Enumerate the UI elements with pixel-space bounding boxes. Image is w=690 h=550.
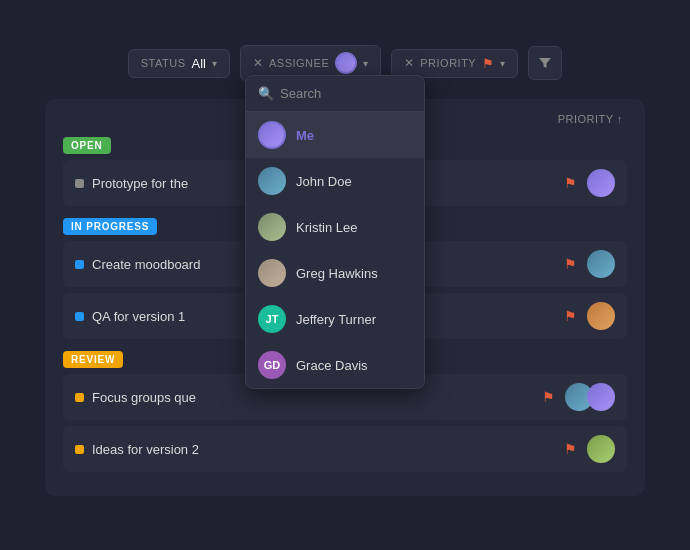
open-label-text: OPEN	[71, 140, 103, 151]
flag-icon: ⚑	[542, 389, 555, 405]
flag-icon: ⚑	[482, 56, 494, 71]
flag-icon: ⚑	[564, 441, 577, 457]
task-avatars	[587, 435, 615, 463]
grace-davis-avatar: GD	[258, 351, 286, 379]
avatar	[587, 169, 615, 197]
list-item[interactable]: Me	[246, 112, 424, 158]
list-item[interactable]: JT Jeffery Turner	[246, 296, 424, 342]
chevron-down-icon-2: ▾	[363, 58, 368, 69]
main-container: STATUS All ▾ ✕ ASSIGNEE ▾ ✕ PRIORITY ⚑ ▾	[45, 45, 645, 505]
list-item[interactable]: Kristin Lee	[246, 204, 424, 250]
avatar	[587, 250, 615, 278]
assignee-avatar	[335, 52, 357, 74]
task-right: ⚑	[564, 435, 615, 463]
task-dot	[75, 312, 84, 321]
task-right: ⚑	[564, 250, 615, 278]
chevron-down-icon: ▾	[212, 58, 217, 69]
me-avatar-sm	[335, 52, 357, 74]
filter-button[interactable]	[528, 46, 562, 80]
task-title: Create moodboard	[92, 257, 200, 272]
john-doe-name: John Doe	[296, 174, 352, 189]
close-icon-2[interactable]: ✕	[404, 56, 414, 70]
greg-hawkins-avatar	[258, 259, 286, 287]
in-progress-label-text: IN PROGRESS	[71, 221, 149, 232]
jeffery-turner-name: Jeffery Turner	[296, 312, 376, 327]
task-dot	[75, 393, 84, 402]
search-icon: 🔍	[258, 86, 274, 101]
list-item[interactable]: GD Grace Davis	[246, 342, 424, 388]
task-right: ⚑	[564, 169, 615, 197]
flag-icon: ⚑	[564, 256, 577, 272]
task-title: Ideas for version 2	[92, 442, 199, 457]
close-icon[interactable]: ✕	[253, 56, 263, 70]
task-left: Focus groups que	[75, 390, 542, 405]
task-avatars	[587, 169, 615, 197]
jeffery-turner-avatar: JT	[258, 305, 286, 333]
priority-header-label: PRIORITY ↑	[558, 113, 623, 125]
status-label: STATUS	[141, 57, 186, 69]
status-value: All	[192, 56, 206, 71]
table-row[interactable]: Ideas for version 2 ⚑	[63, 426, 627, 472]
task-right: ⚑	[564, 302, 615, 330]
funnel-icon	[538, 56, 552, 70]
assignee-dropdown: 🔍 Me John Doe Kristin Lee Greg Hawkins J…	[245, 75, 425, 389]
flag-icon: ⚑	[564, 308, 577, 324]
open-label: OPEN	[63, 137, 111, 154]
me-name: Me	[296, 128, 314, 143]
task-title: Focus groups que	[92, 390, 196, 405]
task-dot	[75, 260, 84, 269]
search-input[interactable]	[280, 86, 412, 101]
task-title: Prototype for the	[92, 176, 188, 191]
status-filter[interactable]: STATUS All ▾	[128, 49, 230, 78]
in-progress-label: IN PROGRESS	[63, 218, 157, 235]
task-avatars	[587, 250, 615, 278]
priority-label: PRIORITY	[420, 57, 476, 69]
task-avatars	[587, 302, 615, 330]
priority-column-header: PRIORITY ↑	[558, 113, 623, 125]
list-item[interactable]: Greg Hawkins	[246, 250, 424, 296]
task-dot	[75, 445, 84, 454]
avatar	[587, 302, 615, 330]
chevron-down-icon-3: ▾	[500, 58, 505, 69]
dropdown-search-container: 🔍	[246, 76, 424, 112]
kristin-lee-name: Kristin Lee	[296, 220, 357, 235]
greg-hawkins-name: Greg Hawkins	[296, 266, 378, 281]
task-right: ⚑	[542, 383, 615, 411]
flag-icon: ⚑	[564, 175, 577, 191]
me-avatar	[258, 121, 286, 149]
avatar	[587, 383, 615, 411]
assignee-label: ASSIGNEE	[269, 57, 329, 69]
task-avatars	[565, 383, 615, 411]
priority-filter[interactable]: ✕ PRIORITY ⚑ ▾	[391, 49, 518, 78]
avatar	[587, 435, 615, 463]
task-title: QA for version 1	[92, 309, 185, 324]
john-doe-avatar	[258, 167, 286, 195]
task-left: Ideas for version 2	[75, 442, 564, 457]
kristin-lee-avatar	[258, 213, 286, 241]
grace-davis-name: Grace Davis	[296, 358, 368, 373]
task-dot	[75, 179, 84, 188]
review-label: REVIEW	[63, 351, 123, 368]
review-label-text: REVIEW	[71, 354, 115, 365]
list-item[interactable]: John Doe	[246, 158, 424, 204]
